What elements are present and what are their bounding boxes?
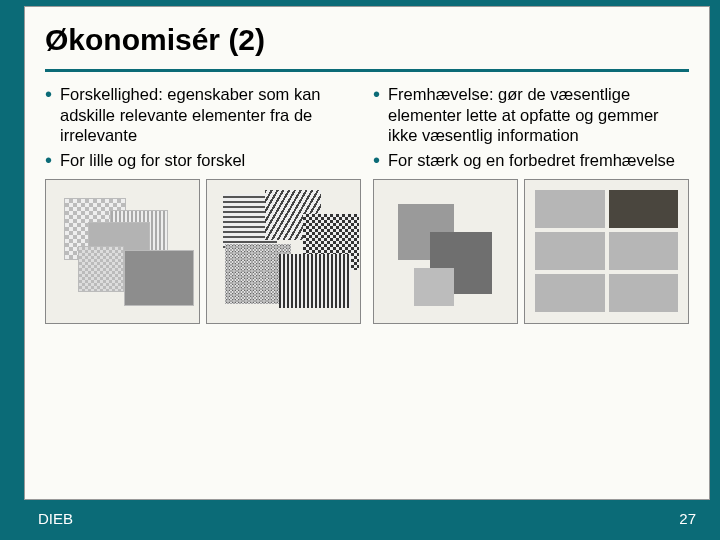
right-figures — [373, 179, 689, 324]
bullet-item: • Forskellighed: egenskaber som kan adsk… — [45, 84, 361, 146]
bullet-icon: • — [373, 84, 380, 104]
bullet-item: • For lille og for stor forskel — [45, 150, 361, 171]
bullet-text: Fremhævelse: gør de væsentlige elementer… — [388, 84, 689, 146]
bullet-text: Forskellighed: egenskaber som kan adskil… — [60, 84, 361, 146]
bullet-icon: • — [45, 150, 52, 170]
left-figures — [45, 179, 361, 324]
title-underline — [45, 69, 689, 72]
bullet-item: • Fremhævelse: gør de væsentlige element… — [373, 84, 689, 146]
slide: Økonomisér (2) • Forskellighed: egenskab… — [0, 0, 720, 540]
figure-strong-emphasis — [373, 179, 518, 324]
slide-footer: DIEB 27 — [24, 502, 710, 534]
bullet-icon: • — [45, 84, 52, 104]
figure-improved-emphasis — [524, 179, 689, 324]
slide-body: Økonomisér (2) • Forskellighed: egenskab… — [24, 6, 710, 500]
footer-label: DIEB — [38, 510, 73, 527]
figure-low-difference — [45, 179, 200, 324]
page-number: 27 — [679, 510, 696, 527]
right-column: • Fremhævelse: gør de væsentlige element… — [367, 84, 695, 324]
figure-high-difference — [206, 179, 361, 324]
bullet-text: For lille og for stor forskel — [60, 150, 245, 171]
left-column: • Forskellighed: egenskaber som kan adsk… — [39, 84, 367, 324]
columns: • Forskellighed: egenskaber som kan adsk… — [25, 78, 709, 324]
bullet-text: For stærk og en forbedret fremhævelse — [388, 150, 675, 171]
side-accent-bar — [0, 0, 24, 540]
bullet-icon: • — [373, 150, 380, 170]
slide-title: Økonomisér (2) — [25, 7, 709, 69]
bullet-item: • For stærk og en forbedret fremhævelse — [373, 150, 689, 171]
